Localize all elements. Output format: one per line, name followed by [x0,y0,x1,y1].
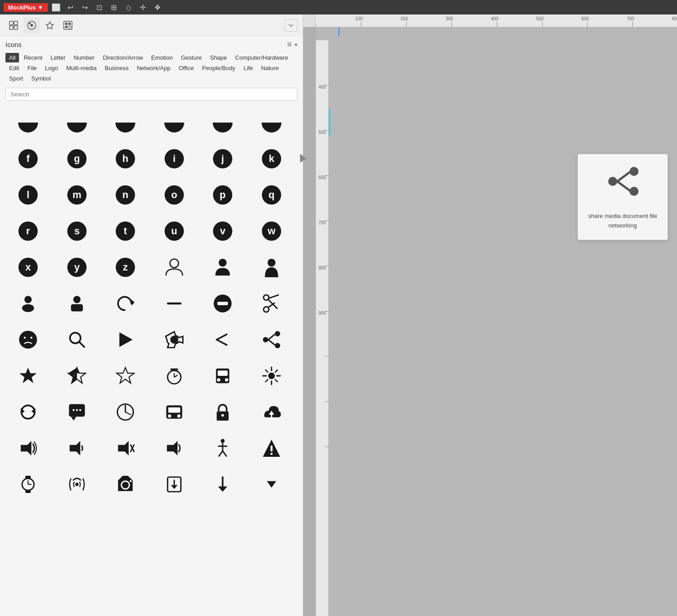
icon-cell[interactable]: i [152,141,197,177]
cat-tag-logo[interactable]: Logo [41,63,62,73]
icon-cell[interactable] [103,358,148,394]
icon-cell[interactable] [152,394,197,430]
icon-cell[interactable]: t [103,213,148,249]
icon-cell[interactable] [200,322,245,358]
icon-cell[interactable] [103,466,148,502]
cat-tag-emotion[interactable]: Emotion [148,53,176,62]
icon-cell[interactable] [249,430,294,466]
cat-tag-shape[interactable]: Shape [206,53,231,62]
icon-cell[interactable] [200,104,245,141]
icon-cell[interactable] [103,394,148,430]
icon-cell[interactable]: z [103,249,148,285]
icon-cell[interactable]: w [249,213,294,249]
cat-tag-symbol[interactable]: Symbol [28,74,54,83]
icon-cell[interactable] [5,466,51,502]
icon-cell[interactable]: k [249,141,294,177]
icon-cell[interactable] [249,394,294,430]
brand-button[interactable]: MockPlus ▼ [4,3,48,12]
toolbar-icon-resize[interactable]: ⊞ [108,1,120,14]
icon-cell[interactable] [249,466,294,502]
icon-cell[interactable] [103,322,148,358]
icon-cell[interactable] [200,358,245,394]
toolbar-icon-stamp[interactable]: ❖ [151,1,164,14]
icon-cell[interactable] [249,249,294,285]
icon-cell[interactable] [152,466,197,502]
toolbar-icon-plus[interactable]: ✛ [137,1,149,14]
icon-cell[interactable]: h [103,141,148,177]
cat-tag-office[interactable]: Office [175,63,198,73]
icon-cell[interactable] [54,358,100,394]
icon-cell[interactable] [152,358,197,394]
icon-cell[interactable] [54,104,100,141]
icon-cell[interactable] [200,430,245,466]
icon-cell[interactable] [5,322,51,358]
icon-cell[interactable]: f [5,141,51,177]
icon-cell[interactable] [152,322,197,358]
icon-cell[interactable]: s [54,213,100,249]
cat-tag-people-body[interactable]: People/Body [198,63,239,73]
icon-cell[interactable] [5,430,51,466]
cat-tag-life[interactable]: Life [240,63,257,73]
icon-cell[interactable] [5,104,51,141]
icon-cell[interactable] [54,285,100,322]
icon-cell[interactable] [54,394,100,430]
icons-menu-btn[interactable]: ≡ ▾ [287,40,297,49]
toolbar-icon-pen[interactable]: ◇ [122,1,135,14]
icon-cell[interactable]: g [54,141,100,177]
icon-cell[interactable] [103,430,148,466]
icon-cell[interactable] [152,249,197,285]
cat-tag-sport[interactable]: Sport [5,74,27,83]
icon-cell[interactable] [200,394,245,430]
canvas-bg[interactable] [329,27,677,616]
icon-cell[interactable] [152,285,197,322]
icon-cell[interactable] [103,104,148,141]
cat-tag-gesture[interactable]: Gesture [177,53,205,62]
icon-cell[interactable] [249,285,294,322]
cat-tag-file[interactable]: File [24,63,40,73]
icon-cell[interactable]: x [5,249,51,285]
tab-frames[interactable] [60,17,76,33]
toolbar-icon-crop[interactable]: ⊡ [93,1,106,14]
icon-cell[interactable]: o [152,177,197,213]
panel-collapse-btn[interactable] [285,19,297,32]
icon-cell[interactable]: v [200,213,245,249]
icon-cell[interactable] [249,104,294,141]
icon-cell[interactable] [200,466,245,502]
icon-cell[interactable]: p [200,177,245,213]
cat-tag-nature[interactable]: Nature [257,63,282,73]
icon-cell[interactable]: u [152,213,197,249]
cat-tag-multi-media[interactable]: Multi-media [62,63,100,73]
cat-tag-recent[interactable]: Recent [20,53,46,62]
icon-cell[interactable]: l [5,177,51,213]
cat-tag-network-app[interactable]: Network/App [133,63,174,73]
icon-cell[interactable] [200,249,245,285]
icon-cell[interactable] [152,104,197,141]
icon-cell[interactable]: r [5,213,51,249]
toolbar-icon-monitor[interactable]: ⬜ [50,1,62,14]
cat-tag-number[interactable]: Number [70,53,98,62]
tab-favorites[interactable] [42,17,58,33]
tab-icons[interactable] [24,17,40,33]
icon-cell[interactable]: y [54,249,100,285]
icon-cell[interactable] [249,322,294,358]
icon-cell[interactable]: q [249,177,294,213]
cat-tag-business[interactable]: Business [101,63,132,73]
toolbar-icon-undo[interactable]: ↩ [64,1,77,14]
icon-cell[interactable]: j [200,141,245,177]
cat-tag-all[interactable]: All [5,53,19,62]
icon-cell[interactable] [54,466,100,502]
cat-tag-edit[interactable]: Edit [5,63,23,73]
icon-cell[interactable] [54,322,100,358]
cat-tag-direction-arrow[interactable]: Direction/Arrow [99,53,147,62]
icon-cell[interactable] [5,394,51,430]
cat-tag-letter[interactable]: Letter [47,53,69,62]
icon-cell[interactable] [54,430,100,466]
icon-cell[interactable] [103,285,148,322]
icon-cell[interactable] [5,285,51,322]
icon-cell[interactable]: n [103,177,148,213]
icon-cell[interactable] [249,358,294,394]
icon-cell[interactable] [200,285,245,322]
icon-cell[interactable] [152,430,197,466]
tab-components[interactable] [5,17,22,33]
search-input[interactable] [5,88,297,101]
